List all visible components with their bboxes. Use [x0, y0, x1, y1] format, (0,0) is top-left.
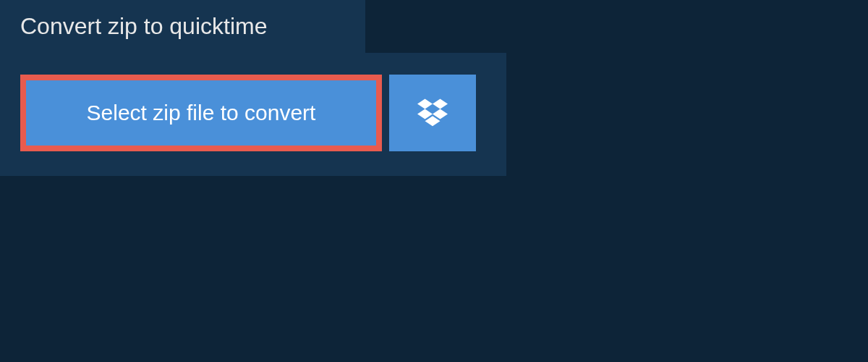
page-title: Convert zip to quicktime	[0, 0, 365, 53]
select-file-button-label: Select zip file to convert	[87, 101, 316, 125]
page-title-text: Convert zip to quicktime	[20, 13, 267, 39]
dropbox-button[interactable]	[389, 75, 476, 151]
dropbox-icon	[417, 96, 448, 130]
converter-panel: Select zip file to convert	[0, 53, 506, 176]
select-file-button[interactable]: Select zip file to convert	[20, 75, 382, 151]
